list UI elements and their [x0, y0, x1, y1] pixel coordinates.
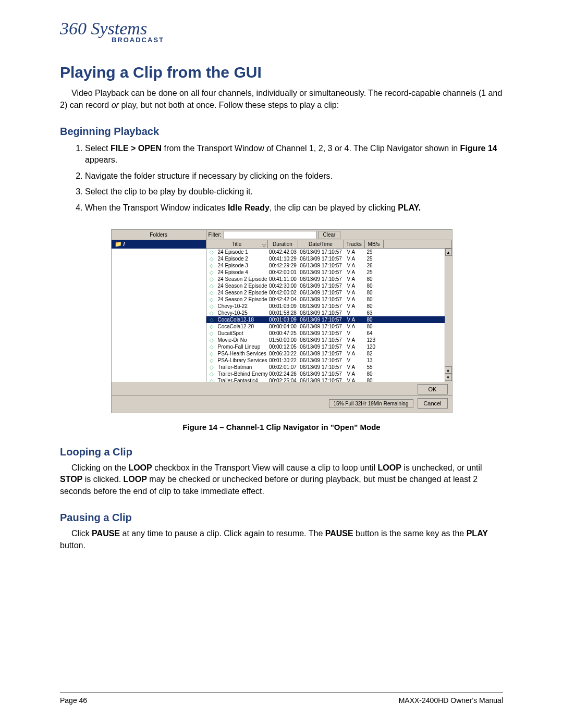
cell-tracks: V A: [344, 282, 365, 289]
table-row[interactable]: ◇Trailer-Batman00:02:01:0706/13/09 17:10…: [206, 364, 452, 371]
cell-tracks: V: [344, 357, 365, 364]
col-title[interactable]: Title▽: [206, 240, 268, 248]
scroll-up-icon[interactable]: ▲: [445, 249, 452, 256]
clear-button[interactable]: Clear: [319, 231, 340, 239]
clip-icon: ◇: [206, 296, 217, 303]
cancel-button[interactable]: Cancel: [418, 398, 448, 409]
cell-datetime: 06/13/09 17:10:57: [298, 289, 344, 296]
table-row[interactable]: ◇PSA-Health Services00:06:30:2206/13/09 …: [206, 350, 452, 357]
cell-tracks: V A: [344, 249, 365, 255]
cell-title: PSA-Library Services: [217, 357, 268, 364]
cell-datetime: 06/13/09 17:10:57: [298, 377, 344, 382]
cell-tracks: V A: [344, 343, 365, 350]
clip-icon: ◇: [206, 323, 217, 330]
cell-mbs: 80: [365, 282, 384, 289]
cell-mbs: 120: [365, 343, 384, 350]
clip-icon: ◇: [206, 249, 217, 255]
clip-icon: ◇: [206, 350, 217, 357]
table-row[interactable]: ◇CocaCola12-2000:00:04:0006/13/09 17:10:…: [206, 323, 452, 330]
table-row[interactable]: ◇Trailer-Fantastic400:02:25:0406/13/09 1…: [206, 377, 452, 382]
cell-mbs: 64: [365, 330, 384, 337]
clip-icon: ◇: [206, 262, 217, 269]
figure-caption: Figure 14 – Channel-1 Clip Navigator in …: [60, 423, 503, 431]
cell-mbs: 25: [365, 255, 384, 262]
table-row[interactable]: ◇24 Season 2 Episode 100:42:42:0406/13/0…: [206, 296, 452, 303]
folders-tree[interactable]: 📁 /: [112, 240, 206, 382]
scroll-up-icon-2[interactable]: ▲: [445, 366, 452, 374]
table-row[interactable]: ◇24 Episode 300:42:29:2906/13/09 17:10:5…: [206, 262, 452, 269]
col-tracks[interactable]: Tracks: [344, 240, 365, 248]
clip-list[interactable]: ◇24 Episode 100:42:42:0306/13/09 17:10:5…: [206, 249, 452, 382]
cell-tracks: V: [344, 310, 365, 316]
cell-title: 24 Season 2 Episode 1: [217, 296, 268, 303]
cell-tracks: V A: [344, 269, 365, 276]
table-row[interactable]: ◇24 Episode 400:42:00:0106/13/09 17:10:5…: [206, 269, 452, 276]
clip-icon: ◇: [206, 310, 217, 316]
cell-duration: 00:00:12:05: [268, 343, 298, 350]
cell-tracks: V A: [344, 296, 365, 303]
clip-navigator-window: Folders Filter: Clear 📁 / Title▽ Duratio…: [111, 229, 452, 413]
table-row[interactable]: ◇Chevy-10-2500:01:58:2806/13/09 17:10:57…: [206, 310, 452, 316]
heading-main: Playing a Clip from the GUI: [60, 64, 503, 81]
cell-datetime: 06/13/09 17:10:57: [298, 282, 344, 289]
table-row[interactable]: ◇24 Season 2 Episode 400:42:00:0206/13/0…: [206, 289, 452, 296]
cell-duration: 00:42:00:02: [268, 289, 298, 296]
ok-button[interactable]: OK: [418, 384, 448, 394]
cell-title: PSA-Health Services: [217, 350, 268, 357]
cell-duration: 00:00:47:25: [268, 330, 298, 337]
cell-datetime: 06/13/09 17:10:57: [298, 269, 344, 276]
clip-icon: ◇: [206, 357, 217, 364]
cell-datetime: 06/13/09 17:10:57: [298, 330, 344, 337]
scroll-down-icon[interactable]: ▼: [445, 374, 452, 381]
logo-text: 360 Systems: [60, 21, 169, 37]
steps-list: Select FILE > OPEN from the Transport Wi…: [60, 143, 503, 214]
filter-label: Filter:: [209, 232, 222, 238]
table-row[interactable]: ◇CocaCola12-1800:01:03:0906/13/09 17:10:…: [206, 316, 452, 323]
cell-mbs: 80: [365, 289, 384, 296]
clip-icon: ◇: [206, 343, 217, 350]
cell-title: Chevy-10-25: [217, 310, 268, 316]
table-row[interactable]: ◇24 Episode 200:41:10:2906/13/09 17:10:5…: [206, 255, 452, 262]
cell-mbs: 80: [365, 316, 384, 323]
page-footer: Page 46 MAXX-2400HD Owner's Manual: [60, 693, 503, 705]
clip-icon: ◇: [206, 282, 217, 289]
cell-mbs: 26: [365, 262, 384, 269]
clip-icon: ◇: [206, 337, 217, 343]
table-row[interactable]: ◇24 Season 2 Episode 300:42:30:0006/13/0…: [206, 282, 452, 289]
clip-icon: ◇: [206, 316, 217, 323]
col-duration[interactable]: Duration: [268, 240, 298, 248]
cell-datetime: 06/13/09 17:10:57: [298, 337, 344, 343]
cell-title: Trailer-Behind Enemy Lines: [217, 371, 268, 377]
col-mbs[interactable]: MB/s: [365, 240, 384, 248]
cell-tracks: V A: [344, 316, 365, 323]
cell-title: Chevy-10-22: [217, 303, 268, 310]
filter-input[interactable]: [224, 231, 316, 239]
clip-icon: ◇: [206, 276, 217, 282]
col-datetime[interactable]: Date/Time: [298, 240, 344, 248]
cell-tracks: V: [344, 330, 365, 337]
table-row[interactable]: ◇Chevy-10-2200:01:03:0906/13/09 17:10:57…: [206, 303, 452, 310]
table-row[interactable]: ◇Promo-Fall Lineup00:00:12:0506/13/09 17…: [206, 343, 452, 350]
cell-mbs: 82: [365, 350, 384, 357]
cell-duration: 00:02:24:26: [268, 371, 298, 377]
cell-duration: 00:42:29:29: [268, 262, 298, 269]
table-row[interactable]: ◇Trailer-Behind Enemy Lines00:02:24:2606…: [206, 371, 452, 377]
scrollbar-main[interactable]: ▲ ▲ ▼: [445, 249, 452, 382]
table-row[interactable]: ◇24 Season 2 Episode 200:41:11:0006/13/0…: [206, 276, 452, 282]
cell-title: CocaCola12-18: [217, 316, 268, 323]
cell-mbs: 13: [365, 357, 384, 364]
cell-mbs: 123: [365, 337, 384, 343]
cell-datetime: 06/13/09 17:10:57: [298, 303, 344, 310]
cell-datetime: 06/13/09 17:10:57: [298, 276, 344, 282]
table-row[interactable]: ◇24 Episode 100:42:42:0306/13/09 17:10:5…: [206, 249, 452, 255]
table-row[interactable]: ◇Movie-Dr No01:50:00:0006/13/09 17:10:57…: [206, 337, 452, 343]
cell-tracks: V A: [344, 350, 365, 357]
col-spacer: [384, 240, 452, 248]
cell-datetime: 06/13/09 17:10:57: [298, 255, 344, 262]
step-4: When the Transport Window indicates Idle…: [85, 202, 503, 214]
folder-root[interactable]: 📁 /: [112, 240, 206, 248]
table-row[interactable]: ◇PSA-Library Services00:01:30:2206/13/09…: [206, 357, 452, 364]
step-2: Navigate the folder structure if necessa…: [85, 170, 503, 182]
table-row[interactable]: ◇DucatiSpot00:00:47:2506/13/09 17:10:57V…: [206, 330, 452, 337]
cell-datetime: 06/13/09 17:10:57: [298, 350, 344, 357]
